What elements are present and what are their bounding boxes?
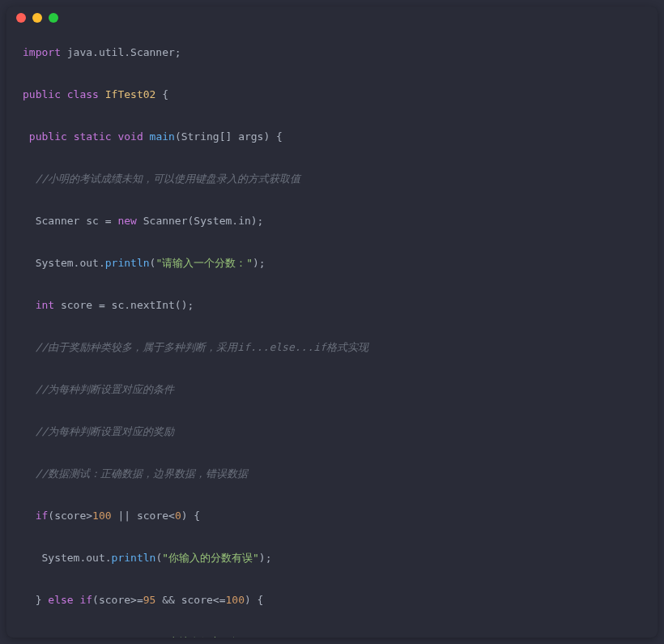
comment: //小明的考试成绩未知，可以使用键盘录入的方式获取值 xyxy=(36,173,301,185)
method-name: main xyxy=(150,130,175,143)
code-text: (score> xyxy=(48,510,92,522)
paren: ); xyxy=(249,636,262,638)
code-text: System.out. xyxy=(41,552,111,564)
keyword-new: new xyxy=(117,215,136,227)
comment: //为每种判断设置对应的奖励 xyxy=(36,425,175,437)
keyword-public: public xyxy=(23,88,61,100)
close-icon[interactable] xyxy=(16,13,26,23)
code-editor[interactable]: import java.util.Scanner; public class I… xyxy=(6,29,658,638)
keyword-if: if xyxy=(36,510,49,522)
brace: { xyxy=(155,88,168,100)
class-name: IfTest02 xyxy=(105,88,156,100)
code-text: ) { xyxy=(181,510,200,522)
number: 95 xyxy=(143,594,156,606)
code-text: ) { xyxy=(245,594,263,606)
paren: ); xyxy=(253,257,266,269)
string-literal: "你输入的分数有误" xyxy=(162,552,259,564)
keyword-static: static xyxy=(74,130,112,143)
code-text: System.out. xyxy=(36,257,105,269)
comment: //由于奖励种类较多，属于多种判断，采用if...else...if格式实现 xyxy=(36,341,368,353)
minimize-icon[interactable] xyxy=(32,13,42,23)
method-call: println xyxy=(105,257,150,269)
code-text: java.util.Scanner; xyxy=(61,46,181,58)
code-window: import java.util.Scanner; public class I… xyxy=(6,6,658,638)
type-name: Scanner xyxy=(36,215,80,227)
titlebar xyxy=(6,6,658,29)
code-text: || score< xyxy=(112,510,175,522)
code-text: System.out. xyxy=(41,636,111,638)
code-text: sc = xyxy=(79,215,117,227)
keyword-else: else xyxy=(48,594,73,606)
method-call: println xyxy=(112,636,156,638)
params: (String[] args) { xyxy=(175,130,283,143)
keyword-public: public xyxy=(29,130,67,143)
keyword-if: if xyxy=(79,594,92,606)
keyword-int: int xyxy=(36,299,54,311)
comment: //数据测试：正确数据，边界数据，错误数据 xyxy=(36,467,249,480)
number: 0 xyxy=(175,510,181,522)
number: 100 xyxy=(225,594,244,606)
keyword-void: void xyxy=(117,130,143,143)
code-text: && score<= xyxy=(155,594,225,606)
code-text: score = sc.nextInt(); xyxy=(54,299,194,311)
code-text: (score>= xyxy=(92,594,143,606)
brace: } xyxy=(36,594,49,606)
comment: //为每种判断设置对应的条件 xyxy=(36,383,175,395)
string-literal: "山地自行车一辆" xyxy=(162,636,249,638)
method-call: println xyxy=(112,552,156,564)
number: 100 xyxy=(92,510,111,522)
keyword-import: import xyxy=(23,46,61,58)
paren: ); xyxy=(259,552,272,564)
code-text: Scanner(System.in); xyxy=(137,215,264,227)
keyword-class: class xyxy=(67,88,99,100)
maximize-icon[interactable] xyxy=(49,13,58,23)
string-literal: "请输入一个分数：" xyxy=(155,257,253,269)
